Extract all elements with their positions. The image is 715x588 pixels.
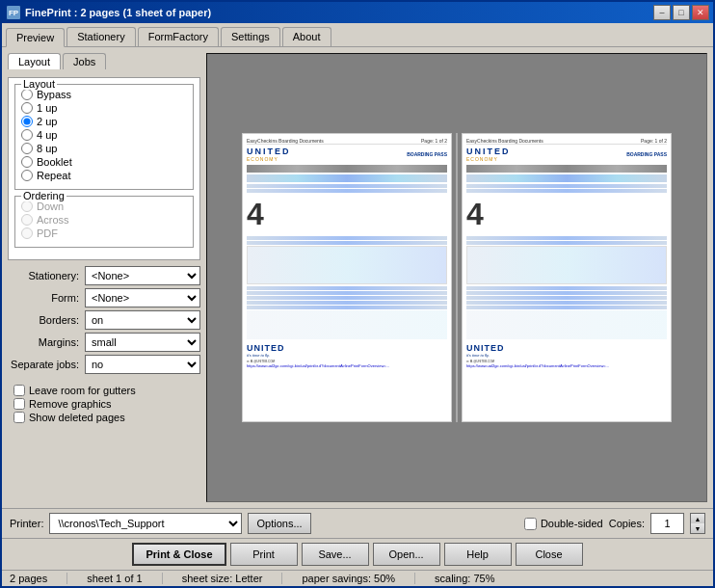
checkbox-show-deleted[interactable]: Show deleted pages <box>13 412 200 423</box>
copies-up-button[interactable]: ▲ <box>691 514 704 523</box>
main-tabs: Preview Stationery FormFactory Settings … <box>2 23 713 47</box>
page1-blur-5 <box>247 236 447 240</box>
layout-1up[interactable]: 1 up <box>21 102 187 114</box>
layout-8up[interactable]: 8 up <box>21 143 187 154</box>
print-close-button[interactable]: Print & Close <box>132 543 225 566</box>
order-pdf-radio[interactable] <box>21 227 33 239</box>
page2-blur-9 <box>466 296 667 300</box>
ordering-group-title: Ordering <box>21 190 66 201</box>
page2-blur-10 <box>466 301 667 305</box>
margins-label: Margins: <box>8 336 85 348</box>
title-bar: FP FinePrint : 2 pages (1 sheet of paper… <box>2 2 713 23</box>
show-deleted-checkbox[interactable] <box>13 412 25 423</box>
layout-bypass-radio[interactable] <box>21 89 33 100</box>
printer-label: Printer: <box>10 518 43 529</box>
layout-repeat[interactable]: Repeat <box>21 170 187 181</box>
stationery-label: Stationery: <box>8 270 85 281</box>
order-down-radio[interactable] <box>21 200 33 212</box>
page2-content-block-2 <box>466 310 667 339</box>
borders-label: Borders: <box>8 314 85 326</box>
layout-booklet-radio[interactable] <box>21 156 33 168</box>
order-down[interactable]: Down <box>21 200 187 212</box>
borders-select[interactable]: on <box>85 310 200 330</box>
form-label: Form: <box>8 292 85 304</box>
layout-2up[interactable]: 2 up <box>21 116 187 127</box>
status-sheet-size: sheet size: Letter <box>182 573 263 584</box>
order-across[interactable]: Across <box>21 214 187 226</box>
status-pages: 2 pages <box>10 573 47 584</box>
gutters-checkbox[interactable] <box>13 385 25 396</box>
printer-select[interactable]: \\cronos\Tech_Support <box>49 513 242 534</box>
page2-tagline: it's time to fly. <box>466 353 667 358</box>
tab-stationery[interactable]: Stationery <box>66 27 136 46</box>
page1-blur-8 <box>247 291 447 295</box>
page1-pass-type: BOARDING PASS <box>407 151 447 157</box>
double-sided-checkbox[interactable] <box>524 518 537 530</box>
save-button[interactable]: Save... <box>302 543 369 566</box>
tab-about[interactable]: About <box>282 27 331 46</box>
order-across-radio[interactable] <box>21 214 33 226</box>
window-close-button[interactable]: ✕ <box>692 5 709 20</box>
form-fields: Stationery: <None> Form: <None> Borders:… <box>8 264 200 379</box>
page2-header: EasyCheckins Boarding Documents Page: 1 … <box>466 138 667 145</box>
page1-blur-1 <box>247 165 447 173</box>
page1-tagline: it's time to fly. <box>247 353 447 358</box>
minimize-button[interactable]: – <box>653 5 671 20</box>
remove-graphics-checkbox[interactable] <box>13 398 25 410</box>
tab-jobs[interactable]: Jobs <box>63 53 106 69</box>
separate-jobs-select[interactable]: no <box>85 355 200 374</box>
content-area: Layout Jobs Layout Bypass 1 up <box>2 47 713 508</box>
page2-header-left: EasyCheckins Boarding Documents <box>466 138 543 144</box>
tab-layout[interactable]: Layout <box>8 53 61 69</box>
separate-jobs-label: Separate jobs: <box>8 359 85 370</box>
open-button[interactable]: Open... <box>373 543 440 566</box>
status-sheet: sheet 1 of 1 <box>87 573 143 584</box>
layout-group: Layout Bypass 1 up 2 up <box>14 84 194 190</box>
form-select[interactable]: <None> <box>85 288 200 307</box>
page1-blur-7 <box>247 286 447 290</box>
close-button[interactable]: Close <box>516 543 583 566</box>
page1-blur-6 <box>247 241 447 245</box>
page1-header: EasyCheckins Boarding Documents Page: 1 … <box>247 138 447 145</box>
inner-tabs: Layout Jobs <box>8 53 200 69</box>
page2-blur-8 <box>466 291 667 295</box>
checkbox-group: Leave room for gutters Remove graphics S… <box>8 383 200 427</box>
layout-repeat-radio[interactable] <box>21 170 33 181</box>
layout-4up[interactable]: 4 up <box>21 129 187 141</box>
double-sided-label[interactable]: Double-sided <box>524 518 603 530</box>
window-controls: – □ ✕ <box>653 5 709 20</box>
layout-4up-radio[interactable] <box>21 129 33 141</box>
page1-blur-3 <box>247 184 447 188</box>
order-pdf[interactable]: PDF <box>21 227 187 239</box>
preview-page-1: EasyCheckins Boarding Documents Page: 1 … <box>242 133 452 422</box>
tab-settings[interactable]: Settings <box>221 27 280 46</box>
layout-1up-radio[interactable] <box>21 102 33 114</box>
layout-booklet[interactable]: Booklet <box>21 156 187 168</box>
page2-header-right: Page: 1 of 2 <box>641 138 667 144</box>
layout-2up-radio[interactable] <box>21 116 33 127</box>
separate-jobs-row: Separate jobs: no <box>8 355 200 374</box>
maximize-button[interactable]: □ <box>673 5 690 20</box>
left-panel: Layout Jobs Layout Bypass 1 up <box>8 53 200 502</box>
layout-8up-radio[interactable] <box>21 143 33 154</box>
page1-content-block-2 <box>247 310 447 339</box>
page1-blur-4 <box>247 189 447 193</box>
stationery-select[interactable]: <None> <box>85 266 200 285</box>
status-bar: 2 pages sheet 1 of 1 sheet size: Letter … <box>2 570 713 586</box>
page1-header-left: EasyCheckins Boarding Documents <box>247 138 324 144</box>
margins-select[interactable]: small <box>85 333 200 352</box>
layout-bypass[interactable]: Bypass <box>21 89 187 100</box>
tab-preview[interactable]: Preview <box>6 28 65 47</box>
options-button[interactable]: Options... <box>248 513 310 534</box>
page2-boarding-header: UNITED ECONOMY BOARDING PASS <box>466 147 667 162</box>
layout-tab-content: Layout Bypass 1 up 2 up <box>8 77 200 260</box>
copies-down-button[interactable]: ▼ <box>691 523 704 533</box>
page2-blur-3 <box>466 184 667 188</box>
checkbox-remove-graphics[interactable]: Remove graphics <box>13 398 200 410</box>
checkbox-gutters[interactable]: Leave room for gutters <box>13 385 200 396</box>
tab-formfactory[interactable]: FormFactory <box>138 27 219 46</box>
copies-input[interactable] <box>650 513 684 534</box>
help-button[interactable]: Help <box>444 543 512 566</box>
copies-spinner: ▲ ▼ <box>690 513 705 534</box>
print-button[interactable]: Print <box>230 543 298 566</box>
